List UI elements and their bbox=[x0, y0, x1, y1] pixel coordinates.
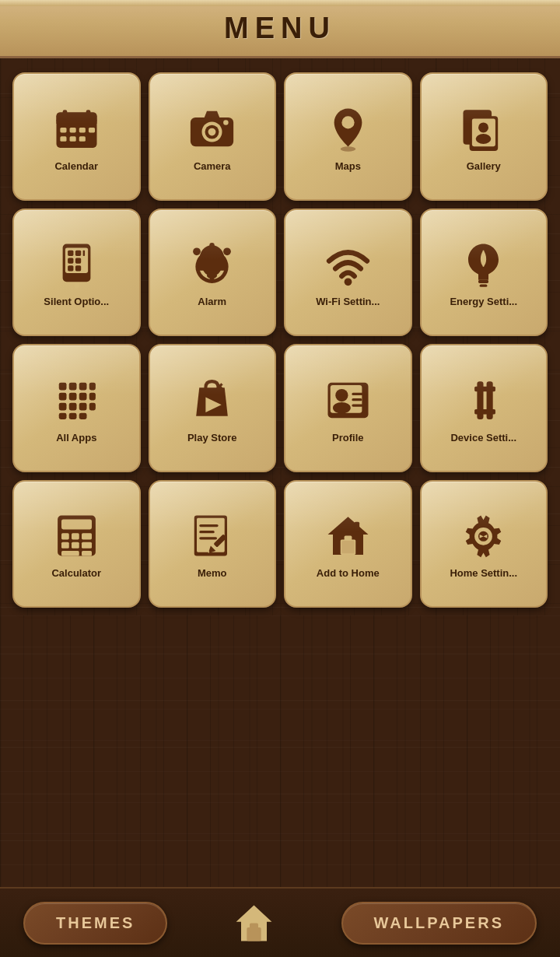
menu-item-energy[interactable]: Energy Setti... bbox=[420, 209, 548, 337]
addtohome-label: Add to Home bbox=[317, 567, 380, 580]
menu-item-calculator[interactable]: Calculator bbox=[12, 480, 141, 608]
alarm-icon bbox=[187, 239, 237, 289]
svg-rect-83 bbox=[72, 542, 79, 549]
svg-rect-54 bbox=[89, 393, 96, 401]
svg-rect-82 bbox=[61, 542, 69, 549]
svg-rect-98 bbox=[341, 541, 354, 553]
menu-item-camera[interactable]: Camera bbox=[149, 72, 277, 201]
calculator-icon bbox=[51, 510, 102, 561]
svg-rect-9 bbox=[60, 136, 66, 142]
menu-item-allapps[interactable]: All Apps bbox=[12, 344, 141, 472]
allapps-icon bbox=[51, 375, 102, 426]
svg-point-40 bbox=[210, 243, 215, 248]
svg-rect-86 bbox=[82, 551, 92, 556]
profile-icon bbox=[323, 375, 373, 426]
svg-rect-104 bbox=[250, 923, 258, 931]
svg-rect-31 bbox=[68, 266, 73, 272]
wifi-label: Wi-Fi Settin... bbox=[316, 296, 380, 308]
wallpapers-button[interactable]: WALLPAPERS bbox=[341, 902, 537, 945]
memo-label: Memo bbox=[198, 567, 227, 580]
svg-rect-59 bbox=[59, 413, 67, 419]
gallery-label: Gallery bbox=[467, 160, 501, 173]
playstore-icon bbox=[187, 375, 237, 426]
svg-rect-73 bbox=[474, 387, 486, 392]
themes-button[interactable]: THEMES bbox=[23, 902, 167, 945]
alarm-label: Alarm bbox=[198, 296, 226, 308]
menu-item-gallery[interactable]: Gallery bbox=[420, 72, 548, 201]
svg-rect-50 bbox=[89, 383, 96, 391]
svg-rect-3 bbox=[62, 110, 67, 120]
svg-rect-8 bbox=[89, 128, 95, 133]
calendar-icon bbox=[51, 103, 102, 154]
menu-grid: Calendar Camera Maps bbox=[12, 72, 548, 608]
svg-point-17 bbox=[341, 116, 354, 128]
svg-point-16 bbox=[223, 120, 229, 125]
svg-rect-99 bbox=[354, 522, 359, 532]
svg-point-66 bbox=[335, 389, 348, 401]
svg-rect-90 bbox=[200, 531, 215, 533]
menu-item-addtohome[interactable]: Add to Home bbox=[284, 480, 412, 608]
svg-rect-52 bbox=[69, 393, 77, 401]
page-title: MENU bbox=[224, 12, 336, 45]
menu-item-calendar[interactable]: Calendar bbox=[12, 72, 141, 201]
svg-rect-11 bbox=[79, 136, 86, 142]
svg-rect-80 bbox=[72, 534, 79, 540]
menu-item-homesettings[interactable]: Home Settin... bbox=[420, 480, 548, 608]
footer-nav: THEMES WALLPAPERS bbox=[0, 887, 560, 957]
svg-rect-84 bbox=[82, 542, 92, 549]
playstore-label: Play Store bbox=[187, 432, 237, 444]
svg-rect-79 bbox=[61, 534, 69, 540]
allapps-label: All Apps bbox=[56, 432, 96, 444]
svg-point-22 bbox=[478, 122, 488, 132]
svg-rect-28 bbox=[82, 251, 84, 256]
wallpapers-label: WALLPAPERS bbox=[374, 914, 504, 931]
maps-icon bbox=[323, 103, 373, 154]
menu-item-devicesettings[interactable]: Device Setti... bbox=[420, 344, 548, 472]
svg-rect-81 bbox=[82, 534, 92, 540]
silent-label: Silent Optio... bbox=[44, 296, 109, 308]
menu-item-maps[interactable]: Maps bbox=[284, 72, 412, 201]
svg-point-43 bbox=[344, 279, 352, 286]
svg-rect-10 bbox=[69, 136, 75, 142]
svg-rect-44 bbox=[478, 280, 488, 283]
svg-rect-45 bbox=[480, 285, 488, 287]
svg-rect-68 bbox=[352, 393, 364, 395]
menu-item-alarm[interactable]: Alarm bbox=[149, 209, 277, 337]
svg-rect-49 bbox=[79, 383, 87, 391]
home-button[interactable] bbox=[233, 902, 275, 945]
camera-icon bbox=[187, 103, 237, 154]
svg-point-41 bbox=[193, 248, 201, 256]
menu-item-memo[interactable]: Memo bbox=[149, 480, 277, 608]
menu-item-playstore[interactable]: Play Store bbox=[149, 344, 277, 472]
svg-rect-74 bbox=[485, 387, 496, 392]
homesettings-label: Home Settin... bbox=[450, 567, 517, 580]
gallery-icon bbox=[458, 103, 509, 154]
silent-icon bbox=[51, 239, 102, 289]
energy-icon bbox=[458, 239, 509, 289]
camera-label: Camera bbox=[194, 160, 231, 173]
memo-icon bbox=[187, 510, 237, 561]
svg-rect-30 bbox=[75, 258, 81, 264]
svg-rect-76 bbox=[485, 409, 496, 415]
devicesettings-label: Device Setti... bbox=[450, 432, 516, 444]
wifi-icon bbox=[323, 239, 373, 289]
devicesettings-icon bbox=[458, 375, 509, 426]
svg-rect-61 bbox=[79, 413, 87, 419]
svg-rect-85 bbox=[61, 551, 79, 556]
svg-rect-32 bbox=[75, 266, 81, 272]
calendar-label: Calendar bbox=[54, 160, 98, 173]
svg-rect-26 bbox=[68, 251, 73, 256]
menu-item-wifi[interactable]: Wi-Fi Settin... bbox=[284, 209, 412, 337]
svg-point-23 bbox=[476, 134, 492, 144]
menu-item-profile[interactable]: Profile bbox=[284, 344, 412, 472]
svg-rect-69 bbox=[352, 398, 362, 401]
calculator-label: Calculator bbox=[51, 567, 101, 580]
header-banner: MENU bbox=[0, 0, 560, 58]
svg-point-42 bbox=[223, 248, 231, 256]
svg-rect-48 bbox=[69, 383, 77, 391]
svg-rect-56 bbox=[69, 403, 77, 411]
svg-rect-51 bbox=[59, 393, 67, 401]
addtohome-icon bbox=[323, 510, 373, 561]
menu-item-silent[interactable]: Silent Optio... bbox=[12, 209, 141, 337]
svg-rect-53 bbox=[79, 393, 87, 401]
